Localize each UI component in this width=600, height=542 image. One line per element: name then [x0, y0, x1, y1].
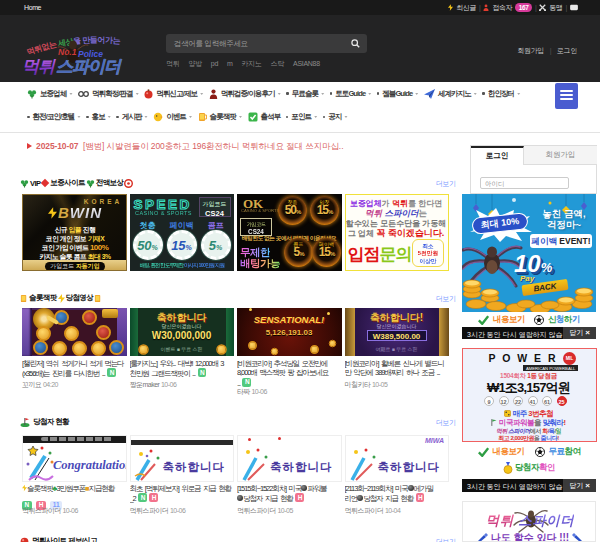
- svg-text:No.1: No.1: [58, 47, 77, 57]
- svg-text:먹튀: 먹튀: [22, 57, 56, 76]
- svg-text:스파이더: 스파이더: [56, 57, 122, 76]
